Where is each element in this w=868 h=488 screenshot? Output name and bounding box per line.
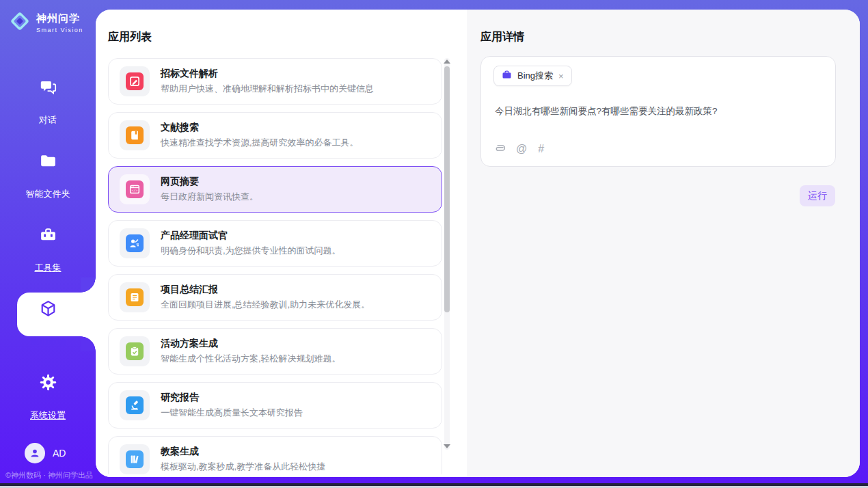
app-card-title: 活动方案生成: [161, 338, 341, 350]
app-card-title: 网页摘要: [161, 176, 258, 188]
sidebar-item-smart-folder[interactable]: 智能文件夹: [0, 150, 96, 200]
sidebar: 神州问学 Smart Vision 对话 智能文件夹: [0, 0, 96, 488]
app-card[interactable]: 活动方案生成 智能生成个性化活动方案,轻松解决规划难题。: [108, 328, 442, 375]
sidebar-item-toolset[interactable]: 工具集: [0, 224, 96, 274]
app-card-title: 研究报告: [161, 392, 303, 404]
app-card[interactable]: </> 网页摘要 每日政府新闻资讯快查。: [108, 166, 442, 213]
tool-chip-bing-search[interactable]: Bing搜索 ×: [493, 66, 572, 86]
app-card-desc: 智能生成个性化活动方案,轻松解决规划难题。: [161, 353, 341, 365]
app-card-title: 招标文件解析: [161, 68, 374, 80]
app-card-desc: 全面回顾项目进展,总结经验教训,助力未来优化发展。: [161, 299, 370, 311]
pm-interviewer-icon: [126, 234, 144, 252]
avatar: [25, 443, 45, 463]
app-list: 招标文件解析 帮助用户快速、准确地理解和解析招标书中的关键信息 文献搜索 快速精…: [108, 58, 442, 474]
app-card-title: 项目总结汇报: [161, 284, 370, 296]
scroll-down-arrow[interactable]: [444, 444, 450, 448]
app-card[interactable]: 教案生成 模板驱动,教案秒成,教学准备从此轻松快捷: [108, 436, 442, 474]
app-card-desc: 模板驱动,教案秒成,教学准备从此轻松快捷: [161, 461, 325, 473]
app-card[interactable]: 项目总结汇报 全面回顾项目进展,总结经验教训,助力未来优化发展。: [108, 274, 442, 321]
folder-icon: [0, 150, 96, 171]
attachment-toolbar: @ #: [494, 141, 544, 156]
paperclip-icon[interactable]: [494, 141, 505, 156]
app-list-scrollbar[interactable]: [444, 58, 450, 450]
sidebar-item-label: 对话: [39, 114, 57, 126]
run-button[interactable]: 运行: [800, 185, 835, 206]
hash-tag-icon[interactable]: #: [538, 144, 544, 154]
svg-text:</>: </>: [132, 189, 138, 192]
web-summary-icon: </>: [126, 180, 144, 198]
brand-name: 神州问学: [36, 12, 83, 25]
project-summary-icon: [126, 288, 144, 306]
sidebar-item-label: 工具集: [35, 262, 62, 274]
prompt-input[interactable]: 今日湖北有哪些新闻要点?有哪些需要关注的最新政策?: [495, 105, 824, 118]
app-card-title: 教案生成: [161, 446, 325, 458]
chip-close-icon[interactable]: ×: [558, 71, 564, 81]
app-card-desc: 一键智能生成高质量长文本研究报告: [161, 407, 303, 419]
literature-search-icon: [126, 126, 144, 144]
lesson-plan-icon: [126, 450, 144, 468]
app-card-desc: 帮助用户快速、准确地理解和解析招标书中的关键信息: [161, 83, 374, 95]
app-card[interactable]: 招标文件解析 帮助用户快速、准确地理解和解析招标书中的关键信息: [108, 58, 442, 105]
scroll-up-arrow[interactable]: [444, 59, 450, 64]
tool-chip-label: Bing搜索: [517, 70, 553, 82]
user-name: AD: [53, 448, 66, 459]
sidebar-item-label: 智能文件夹: [26, 188, 70, 200]
main-content-card: 应用列表 招标文件解析 帮助用户快速、准确地理解和解析招标书中的关键信息 文献搜…: [96, 10, 860, 477]
sidebar-item-chat[interactable]: 对话: [0, 77, 96, 126]
toolbox-icon: [0, 224, 96, 245]
tender-parse-icon: [126, 72, 144, 90]
app-card-title: 文献搜索: [161, 122, 359, 134]
briefcase-icon: [502, 70, 512, 83]
app-card-title: 产品经理面试官: [161, 230, 341, 242]
prompt-card: Bing搜索 × 今日湖北有哪些新闻要点?有哪些需要关注的最新政策? @ #: [480, 56, 836, 167]
sidebar-item-label: 系统设置: [30, 409, 66, 422]
brand-tagline: Smart Vision: [36, 27, 83, 33]
at-mention-icon[interactable]: @: [516, 144, 527, 154]
sidebar-item-app-market[interactable]: 应用市场: [0, 298, 96, 348]
app-detail-panel: 应用详情 Bing搜索 × 今日湖北有哪些新闻要点?有哪些需要关注的最新政策?: [467, 10, 860, 477]
app-list-title: 应用列表: [108, 30, 152, 44]
app-card-desc: 明确身份和职责,为您提供专业性的面试问题。: [161, 245, 341, 257]
research-report-icon: [126, 396, 144, 414]
event-plan-icon: [126, 342, 144, 360]
gear-icon: [0, 372, 96, 392]
app-card-desc: 快速精准查找学术资源,提高研究效率的必备工具。: [161, 137, 359, 149]
copyright-text: ©神州数码 · 神州问学出品: [5, 470, 96, 480]
app-card[interactable]: 产品经理面试官 明确身份和职责,为您提供专业性的面试问题。: [108, 220, 442, 267]
sidebar-item-settings[interactable]: 系统设置: [0, 372, 96, 422]
app-card[interactable]: 研究报告 一键智能生成高质量长文本研究报告: [108, 382, 442, 429]
brand-logo: 神州问学 Smart Vision: [8, 10, 83, 36]
app-card-desc: 每日政府新闻资讯快查。: [161, 191, 258, 203]
cube-icon: [0, 298, 96, 318]
app-card[interactable]: 文献搜索 快速精准查找学术资源,提高研究效率的必备工具。: [108, 112, 442, 159]
diamond-logo-icon: [8, 10, 31, 36]
chat-icon: [0, 77, 96, 97]
user-account[interactable]: AD: [25, 443, 66, 463]
app-list-panel: 应用列表 招标文件解析 帮助用户快速、准确地理解和解析招标书中的关键信息 文献搜…: [96, 10, 467, 477]
scrollbar-thumb[interactable]: [444, 66, 450, 312]
app-detail-title: 应用详情: [480, 30, 524, 44]
sidebar-item-label: 应用市场: [30, 336, 66, 348]
